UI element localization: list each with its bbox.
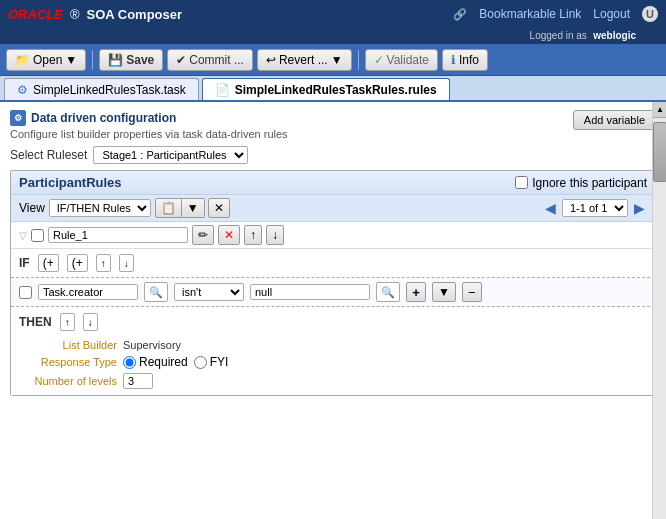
view-toolbar: View IF/THEN Rules 📋 ▼ ✕ ◀ 1-1 of 1 ▶ (11, 195, 655, 222)
config-header: ⚙ Data driven configuration Configure li… (10, 110, 656, 140)
oracle-logo: ORACLE (8, 7, 63, 22)
scrollbar: ▲ ▼ (652, 102, 666, 519)
topbar: ORACLE ® SOA Composer 🔗 Bookmarkable Lin… (0, 0, 666, 28)
if-section: IF (+ (+ ↑ ↓ (11, 249, 655, 278)
select-ruleset-label: Select Ruleset (10, 148, 87, 162)
commit-button[interactable]: ✔ Commit ... (167, 49, 253, 71)
commit-icon: ✔ (176, 53, 186, 67)
rule-edit-button[interactable]: ✏ (192, 225, 214, 245)
ignore-participant-checkbox[interactable] (515, 176, 528, 189)
ruleset-select[interactable]: Stage1 : ParticipantRules (93, 146, 248, 164)
levels-input[interactable] (123, 373, 153, 389)
tab-task[interactable]: ⚙ SimpleLinkedRulesTask.task (4, 78, 199, 100)
then-section: THEN ↑ ↓ List Builder Supervisory Respon… (11, 307, 655, 395)
config-title-block: ⚙ Data driven configuration Configure li… (10, 110, 288, 140)
link-icon: 🔗 (453, 8, 467, 21)
logged-in-bar: Logged in as weblogic (0, 28, 666, 44)
then-label: THEN (19, 315, 52, 329)
levels-label: Number of levels (27, 375, 117, 387)
expand-icon[interactable]: ▽ (19, 230, 27, 241)
list-builder-label: List Builder (27, 339, 117, 351)
toolbar-sep-2 (358, 50, 359, 70)
revert-icon: ↩ (266, 53, 276, 67)
condition-value-input[interactable] (250, 284, 370, 300)
required-label: Required (139, 355, 188, 369)
username-label: weblogic (593, 30, 636, 41)
value-search-button[interactable]: 🔍 (376, 282, 400, 302)
save-icon: 💾 (108, 53, 123, 67)
add-group-icon: (+ (72, 256, 83, 270)
rule-down-button[interactable]: ↓ (266, 225, 284, 245)
fyi-option[interactable]: FYI (194, 355, 229, 369)
field-search-button[interactable]: 🔍 (144, 282, 168, 302)
rule-delete-button[interactable]: ✕ (218, 225, 240, 245)
if-header: IF (+ (+ ↑ ↓ (19, 252, 647, 274)
response-type-row: Response Type Required FYI (19, 353, 647, 371)
view-select[interactable]: IF/THEN Rules (49, 199, 151, 217)
info-button[interactable]: ℹ Info (442, 49, 488, 71)
topbar-left: ORACLE ® SOA Composer (8, 7, 182, 22)
view-right: ◀ 1-1 of 1 ▶ (543, 199, 647, 217)
tabs: ⚙ SimpleLinkedRulesTask.task 📄 SimpleLin… (0, 76, 666, 102)
scrollbar-thumb[interactable] (653, 122, 666, 182)
list-builder-value: Supervisory (123, 339, 181, 351)
app-title: SOA Composer (86, 7, 182, 22)
tab-rules[interactable]: 📄 SimpleLinkedRulesTaskRules.rules (202, 78, 450, 100)
rule-row: ▽ ✏ ✕ ↑ ↓ (11, 222, 655, 249)
list-builder-row: List Builder Supervisory (19, 337, 647, 353)
task-tab-icon: ⚙ (17, 83, 28, 97)
add-dropdown-button[interactable]: ▼ (182, 198, 205, 218)
open-dropdown-icon: ▼ (65, 53, 77, 67)
logout-link[interactable]: Logout (593, 7, 630, 21)
scroll-up-button[interactable]: ▲ (653, 102, 666, 118)
then-up-button[interactable]: ↑ (60, 313, 75, 331)
add-rule-button[interactable]: 📋 (155, 198, 182, 218)
ignore-participant-label: Ignore this participant (532, 176, 647, 190)
edit-icon: ✏ (198, 228, 208, 242)
logged-in-label: Logged in as (530, 30, 587, 41)
delete-rule-button[interactable]: ✕ (208, 198, 230, 218)
add-condition-button[interactable]: (+ (38, 254, 59, 272)
topbar-right: 🔗 Bookmarkable Link Logout U (453, 6, 658, 22)
required-radio[interactable] (123, 356, 136, 369)
toolbar-sep-1 (92, 50, 93, 70)
ignore-participant-row: Ignore this participant (515, 176, 647, 190)
add-value-button[interactable]: + (406, 282, 426, 302)
prev-page-button[interactable]: ◀ (543, 200, 558, 216)
required-option[interactable]: Required (123, 355, 188, 369)
revert-dropdown-icon: ▼ (331, 53, 343, 67)
add-group-button[interactable]: (+ (67, 254, 88, 272)
then-down-button[interactable]: ↓ (83, 313, 98, 331)
if-up-button[interactable]: ↑ (96, 254, 111, 272)
page-select[interactable]: 1-1 of 1 (562, 199, 628, 217)
ruleset-row: Select Ruleset Stage1 : ParticipantRules (10, 146, 656, 164)
validate-button[interactable]: ✓ Validate (365, 49, 438, 71)
add-variable-button[interactable]: Add variable (573, 110, 656, 130)
rules-title: ParticipantRules (19, 175, 122, 190)
view-label: View (19, 201, 45, 215)
config-title: ⚙ Data driven configuration (10, 110, 288, 126)
condition-field-input[interactable] (38, 284, 138, 300)
remove-condition-button[interactable]: − (462, 282, 482, 302)
folder-icon: 📁 (15, 53, 30, 67)
open-button[interactable]: 📁 Open ▼ (6, 49, 86, 71)
dropdown-value-button[interactable]: ▼ (432, 282, 456, 302)
revert-button[interactable]: ↩ Revert ... ▼ (257, 49, 352, 71)
add-icon: 📋 (161, 201, 176, 215)
condition-checkbox[interactable] (19, 286, 32, 299)
response-type-label: Response Type (27, 356, 117, 368)
rule-checkbox[interactable] (31, 229, 44, 242)
rule-name-input[interactable] (48, 227, 188, 243)
fyi-radio[interactable] (194, 356, 207, 369)
rule-up-button[interactable]: ↑ (244, 225, 262, 245)
if-down-button[interactable]: ↓ (119, 254, 134, 272)
next-page-button[interactable]: ▶ (632, 200, 647, 216)
rules-panel: ParticipantRules Ignore this participant… (10, 170, 656, 396)
bookmarkable-link[interactable]: Bookmarkable Link (479, 7, 581, 21)
condition-operator-select[interactable]: isn't (174, 283, 244, 301)
save-button[interactable]: 💾 Save (99, 49, 163, 71)
fyi-label: FYI (210, 355, 229, 369)
config-icon: ⚙ (10, 110, 26, 126)
main-content: ⚙ Data driven configuration Configure li… (0, 102, 666, 519)
condition-row: 🔍 isn't 🔍 + ▼ − (11, 278, 655, 307)
